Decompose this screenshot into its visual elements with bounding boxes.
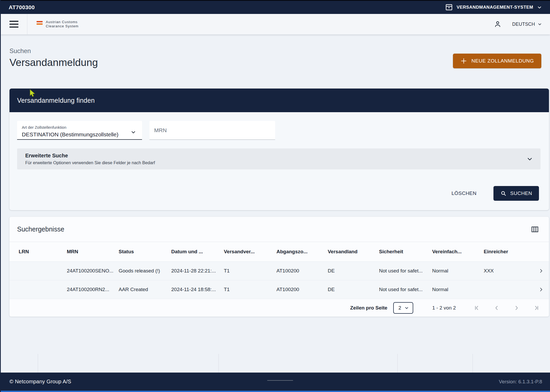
- cell-versandverfahren: T1: [224, 287, 276, 292]
- cell-status: AAR Created: [119, 287, 171, 292]
- col-header: Vereinfach...: [432, 249, 484, 255]
- cell-mrn: 24AT100200SENO...: [67, 268, 119, 274]
- clear-button[interactable]: LÖSCHEN: [448, 188, 480, 199]
- advanced-search-title: Erweiterte Suche: [25, 153, 155, 159]
- user-account-button[interactable]: [494, 20, 502, 28]
- first-page-button[interactable]: [472, 303, 481, 312]
- rows-per-page-label: Zeilen pro Seite: [350, 305, 387, 311]
- column-view-icon[interactable]: [530, 225, 539, 234]
- app-bar: Austrian Customs Clearance System DEUTSC…: [1, 14, 550, 34]
- col-header: Versandland: [328, 249, 379, 255]
- hamburger-menu-icon[interactable]: [9, 21, 18, 28]
- language-label: DEUTSCH: [512, 22, 535, 27]
- col-header: Einreicher: [484, 249, 536, 255]
- rows-per-page-value: 2: [398, 305, 401, 311]
- archive-icon: [445, 3, 453, 11]
- results-panel: Suchergebnisse LRN MRN Status Datum und …: [9, 217, 549, 317]
- chevron-right-icon[interactable]: [536, 287, 549, 292]
- pagination-bar: Zeilen pro Seite 2 1 - 2 von 2: [9, 299, 549, 317]
- austria-flag-icon: [37, 21, 43, 25]
- col-header: Abgangszo...: [276, 249, 328, 255]
- col-header: LRN: [19, 249, 67, 255]
- cell-status: Goods released (!): [119, 268, 171, 274]
- results-header-row: LRN MRN Status Datum und ... Versandver.…: [9, 242, 549, 261]
- cell-versandland: DE: [328, 268, 379, 274]
- office-function-select[interactable]: Art der Zollstellenfunktion DESTINATION …: [17, 121, 142, 140]
- search-panel-title: Versandanmeldung finden: [17, 97, 95, 104]
- person-icon: [494, 20, 502, 28]
- cell-mrn: 24AT100200RN2...: [67, 287, 119, 292]
- cell-vereinfachung: Normal: [432, 287, 484, 292]
- col-header: MRN: [67, 249, 119, 255]
- table-row[interactable]: 24AT100200SENO... Goods released (!) 202…: [9, 261, 549, 280]
- magnifier-icon: [500, 190, 507, 197]
- search-panel: Versandanmeldung finden Art der Zollstel…: [9, 89, 549, 210]
- appbar-divider: [27, 14, 27, 34]
- system-switcher[interactable]: VERSANDMANAGEMENT-SYSTEM: [445, 3, 542, 11]
- col-header: Status: [119, 249, 171, 255]
- copyright-text: © Netcompany Group A/S: [9, 379, 71, 385]
- system-label: VERSANDMANAGEMENT-SYSTEM: [457, 5, 533, 10]
- footer: © Netcompany Group A/S Version: 6.1.3.1-…: [1, 373, 550, 391]
- app-logo-text: Austrian Customs Clearance System: [46, 20, 79, 28]
- cell-datum: 2024-11-24 18:58:...: [171, 287, 224, 292]
- advanced-search-subtitle: Für erweiterte Optionen verwenden Sie di…: [25, 160, 155, 165]
- breadcrumb: Suchen: [9, 47, 98, 55]
- page-head: Suchen Versandanmeldung NEUE ZOLLANMELDU…: [9, 47, 541, 68]
- cell-abgangszollstelle: AT100200: [276, 287, 328, 292]
- cell-einreicher: XXX: [484, 268, 536, 274]
- search-button-label: SUCHEN: [510, 190, 532, 196]
- next-page-button[interactable]: [512, 303, 521, 312]
- chevron-down-icon: [404, 306, 409, 310]
- previous-page-button[interactable]: [492, 303, 501, 312]
- rows-per-page-select[interactable]: 2: [393, 302, 413, 314]
- col-header: Versandver...: [224, 249, 276, 255]
- results-title: Suchergebnisse: [17, 225, 64, 233]
- cell-abgangszollstelle: AT100200: [276, 268, 328, 274]
- background-artifact-lines: [1, 354, 550, 373]
- col-header: Sicherheit: [379, 249, 432, 255]
- search-panel-header: Versandanmeldung finden: [9, 89, 549, 112]
- footer-artifact-line: [267, 380, 293, 381]
- plus-icon: [460, 58, 467, 64]
- top-bar: AT700300 VERSANDMANAGEMENT-SYSTEM: [1, 0, 550, 14]
- chevron-down-icon: [537, 22, 542, 27]
- cell-versandverfahren: T1: [224, 268, 276, 274]
- chevron-down-icon: [526, 156, 533, 162]
- cell-datum: 2024-11-28 22:21:...: [171, 268, 224, 274]
- office-function-value: DESTINATION (Bestimmungszollstelle): [22, 131, 137, 138]
- cell-vereinfachung: Normal: [432, 268, 484, 274]
- cell-sicherheit: Not used for safet...: [379, 268, 432, 274]
- chevron-down-icon: [130, 129, 136, 135]
- version-text: Version: 6.1.3.1-P.8: [499, 379, 542, 385]
- col-header: Datum und ...: [171, 249, 224, 255]
- table-row[interactable]: 24AT100200RN2... AAR Created 2024-11-24 …: [9, 280, 549, 299]
- tenant-id: AT700300: [9, 4, 35, 11]
- page-title: Versandanmeldung: [9, 57, 98, 68]
- search-button[interactable]: SUCHEN: [493, 186, 539, 201]
- chevron-down-icon: [537, 5, 542, 10]
- chevron-right-icon[interactable]: [536, 268, 549, 274]
- pagination-range: 1 - 2 von 2: [432, 305, 456, 311]
- app-logo: Austrian Customs Clearance System: [37, 20, 79, 28]
- bottom-blue-strip: [1, 391, 550, 392]
- last-page-button[interactable]: [532, 303, 541, 312]
- mrn-input[interactable]: [149, 121, 275, 140]
- screen: AT700300 VERSANDMANAGEMENT-SYSTEM Aus: [0, 0, 550, 392]
- language-selector[interactable]: DEUTSCH: [512, 22, 542, 27]
- new-declaration-label: NEUE ZOLLANMELDUNG: [471, 58, 534, 64]
- cell-versandland: DE: [328, 287, 379, 292]
- cell-sicherheit: Not used for safet...: [379, 287, 432, 292]
- new-declaration-button[interactable]: NEUE ZOLLANMELDUNG: [453, 54, 541, 68]
- office-function-label: Art der Zollstellenfunktion: [22, 125, 137, 130]
- advanced-search-toggle[interactable]: Erweiterte Suche Für erweiterte Optionen…: [17, 148, 541, 169]
